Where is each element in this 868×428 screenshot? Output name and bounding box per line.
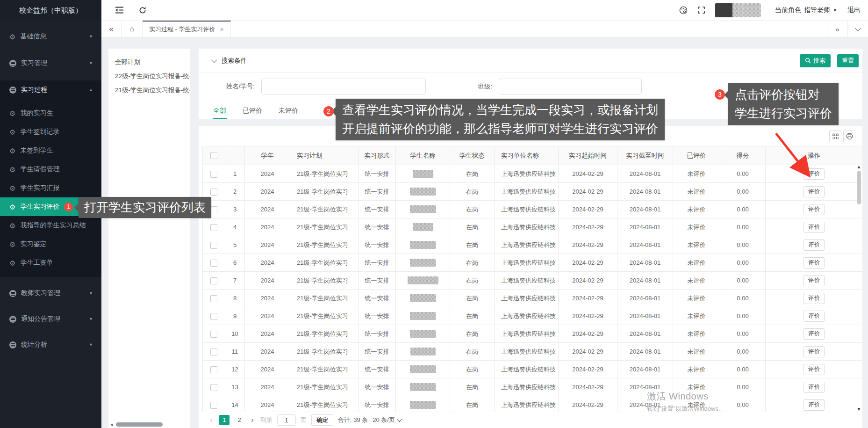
cell-start-date: 2024-02-29: [559, 290, 617, 307]
sidebar-item-我的实习生[interactable]: ⚙我的实习生: [0, 104, 101, 123]
gear-icon: ⚙: [9, 33, 15, 40]
evaluate-button[interactable]: 评价: [803, 186, 825, 197]
page-number-2[interactable]: 2: [234, 415, 244, 425]
select-all-checkbox[interactable]: [210, 152, 217, 159]
annotation-step1-callout: 打开学生实习评价列表: [79, 197, 211, 218]
search-button[interactable]: 搜索: [800, 54, 831, 67]
filter-tab-未评价[interactable]: 未评价: [278, 105, 299, 119]
sidebar-item-实习鉴定[interactable]: ⚙实习鉴定: [0, 235, 101, 254]
row-select-cell: [203, 236, 225, 254]
sidebar-group-通知公告管理[interactable]: 通知公告管理▼: [0, 310, 101, 328]
tab-active-page[interactable]: 实习过程 - 学生实习评价 ×: [143, 21, 231, 37]
cell-company: 上海迅赞供应链科技: [495, 361, 559, 378]
evaluate-button[interactable]: 评价: [803, 346, 825, 357]
row-checkbox[interactable]: [210, 366, 217, 373]
column-header-学生名称: 学生名称: [396, 146, 450, 165]
cell-evaluated: 未评价: [673, 290, 720, 307]
goto-page-input[interactable]: [277, 414, 296, 426]
scrollbar-thumb[interactable]: [857, 171, 861, 204]
evaluate-button[interactable]: 评价: [803, 275, 825, 286]
evaluate-button[interactable]: 评价: [803, 364, 825, 375]
cell-company: 上海迅赞供应链科技: [495, 165, 559, 183]
filter-tab-全部[interactable]: 全部: [213, 105, 227, 119]
tree-item-plan[interactable]: 22级-学生岗位实习报备-统-: [115, 69, 190, 83]
refresh-icon[interactable]: [139, 7, 146, 14]
row-checkbox[interactable]: [210, 277, 217, 284]
row-checkbox[interactable]: [210, 384, 217, 391]
sidebar-item-学生签到记录[interactable]: ⚙学生签到记录: [0, 123, 101, 141]
tabs-menu-icon[interactable]: [847, 21, 868, 37]
filter-tab-已评价[interactable]: 已评价: [242, 105, 263, 119]
row-checkbox[interactable]: [210, 206, 217, 213]
goto-confirm-button[interactable]: 确定: [311, 414, 333, 426]
scroll-up-arrow-icon[interactable]: ▲: [857, 165, 861, 169]
logout-button[interactable]: 退出: [847, 6, 861, 15]
row-checkbox[interactable]: [210, 171, 217, 178]
sidebar-group-基础信息[interactable]: ⚙基础信息▼: [0, 27, 101, 46]
cell-status: 在岗: [450, 343, 495, 361]
evaluate-button[interactable]: 评价: [803, 382, 825, 393]
sidebar-group-统计分析[interactable]: 统计分析▼: [0, 335, 101, 354]
row-checkbox[interactable]: [210, 402, 217, 409]
sidebar-group-实习管理[interactable]: 实习管理▼: [0, 54, 101, 73]
table-vertical-scrollbar[interactable]: ▲ ▼: [856, 165, 862, 412]
print-icon[interactable]: [843, 130, 855, 142]
tree-item-plan[interactable]: 全部计划: [115, 55, 190, 69]
scrollbar-thumb[interactable]: [116, 422, 163, 427]
row-checkbox[interactable]: [210, 295, 217, 302]
reset-button[interactable]: 重置: [837, 54, 859, 67]
next-page-icon[interactable]: ›: [249, 416, 256, 424]
evaluate-button[interactable]: 评价: [803, 293, 825, 304]
class-input[interactable]: [499, 79, 642, 94]
tree-horizontal-scrollbar[interactable]: ◂: [110, 422, 188, 427]
fullscreen-icon[interactable]: [698, 7, 705, 14]
sidebar-group-教师实习管理[interactable]: 教师实习管理▼: [0, 284, 101, 303]
evaluate-button[interactable]: 评价: [803, 204, 825, 215]
evaluate-button[interactable]: 评价: [803, 257, 825, 268]
sidebar-item-学生实习汇报[interactable]: ⚙学生实习汇报: [0, 179, 101, 197]
student-name-blurred: [410, 241, 436, 249]
row-checkbox[interactable]: [210, 313, 217, 320]
row-checkbox[interactable]: [210, 331, 217, 338]
row-checkbox[interactable]: [210, 348, 217, 355]
name-input[interactable]: [261, 79, 426, 94]
tabs-scroll-right-icon[interactable]: »: [827, 21, 847, 37]
evaluate-button[interactable]: 评价: [803, 222, 825, 233]
student-name-blurred: [410, 383, 436, 391]
column-settings-icon[interactable]: [829, 130, 841, 142]
sidebar-item-我指导的学生实习总结[interactable]: ⚙我指导的学生实习总结: [0, 216, 101, 235]
row-checkbox[interactable]: [210, 260, 217, 267]
tree-item-plan[interactable]: 21级-学生岗位实习报备-统-: [115, 83, 190, 97]
row-checkbox[interactable]: [210, 224, 217, 231]
page-number-1[interactable]: 1: [219, 415, 230, 425]
row-checkbox[interactable]: [210, 189, 217, 196]
prev-page-icon[interactable]: ‹: [208, 416, 215, 424]
evaluate-button[interactable]: 评价: [803, 311, 825, 322]
table-row: 13202421级-学生岗位实习统一安排在岗上海迅赞供应链科技2024-02-2…: [203, 378, 863, 396]
cell-form: 统一安排: [359, 343, 396, 361]
evaluate-button[interactable]: 评价: [803, 399, 825, 411]
sidebar-item-学生工资单[interactable]: ⚙学生工资单: [0, 254, 101, 272]
sidebar-fold-icon[interactable]: [115, 7, 124, 14]
row-checkbox[interactable]: [210, 242, 217, 249]
circle-list-icon: [9, 341, 16, 348]
annotation-step2-number: 2: [323, 106, 334, 116]
sidebar-item-未签到学生[interactable]: ⚙未签到学生: [0, 141, 101, 160]
home-icon[interactable]: ⌂: [122, 21, 143, 37]
sidebar-item-label: 学生实习评价: [20, 203, 59, 211]
scroll-left-arrow-icon[interactable]: ◂: [110, 422, 113, 427]
sidebar-item-学生请假管理[interactable]: ⚙学生请假管理: [0, 160, 101, 179]
close-icon[interactable]: ×: [220, 26, 224, 33]
current-role-dropdown[interactable]: 当前角色 指导老师 ▼: [775, 6, 837, 15]
collapse-caret-icon[interactable]: [211, 57, 217, 63]
sidebar-group-internship-process[interactable]: 实习过程 ▲: [0, 80, 101, 99]
tabbar-right-controls: »: [827, 21, 868, 37]
tabs-scroll-left-icon[interactable]: «: [101, 21, 122, 37]
user-avatar[interactable]: ˊ: [715, 3, 765, 17]
scroll-down-arrow-icon[interactable]: ▼: [857, 407, 861, 412]
theme-palette-icon[interactable]: [679, 6, 688, 15]
evaluate-button[interactable]: 评价: [803, 239, 825, 251]
page-size-select[interactable]: 20 条/页: [373, 416, 402, 424]
evaluate-button[interactable]: 评价: [803, 328, 825, 340]
cell-form: 统一安排: [359, 361, 396, 378]
